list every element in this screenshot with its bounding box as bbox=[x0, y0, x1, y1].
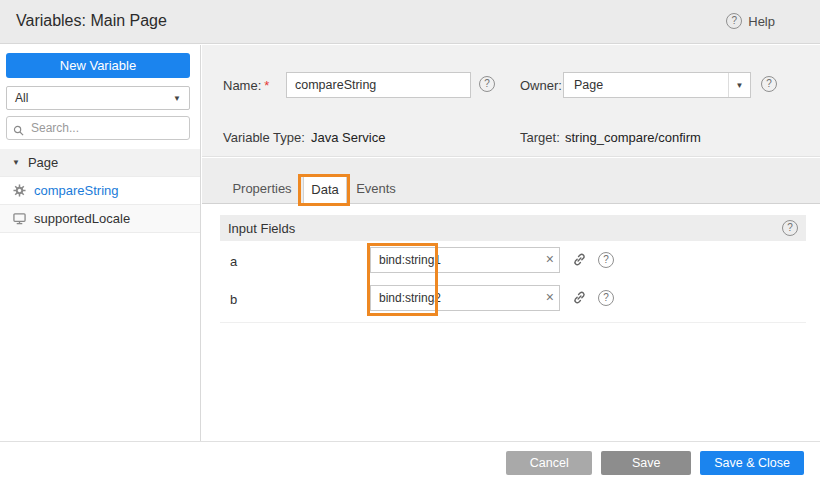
bind-input-b-field[interactable] bbox=[370, 285, 560, 311]
chevron-down-icon: ▼ bbox=[173, 94, 181, 103]
variable-filter-select[interactable]: All ▼ bbox=[6, 86, 190, 110]
search-icon bbox=[13, 122, 24, 140]
tab-data[interactable]: Data bbox=[303, 174, 347, 204]
variable-type-value: Java Service bbox=[311, 130, 385, 145]
cancel-button[interactable]: Cancel bbox=[506, 451, 592, 475]
tab-events[interactable]: Events bbox=[349, 174, 403, 203]
search-input[interactable] bbox=[6, 116, 190, 140]
variable-filter-value: All bbox=[15, 91, 28, 105]
save-and-close-button[interactable]: Save & Close bbox=[700, 451, 804, 475]
clear-icon[interactable]: × bbox=[546, 289, 554, 306]
bind-input-b: × bbox=[370, 285, 560, 311]
variable-tree: ▼ Page compareString supportedLocale bbox=[0, 149, 200, 233]
name-help-icon[interactable]: ? bbox=[479, 76, 495, 92]
name-label: Name:* bbox=[223, 78, 269, 93]
target-value: string_compare/confirm bbox=[565, 130, 701, 145]
field-row-b: b × ? bbox=[220, 279, 806, 317]
save-button[interactable]: Save bbox=[601, 451, 691, 475]
help-label: Help bbox=[748, 14, 775, 29]
page-title: Variables: Main Page bbox=[16, 12, 167, 30]
bind-input-a: × bbox=[370, 247, 560, 273]
device-variable-icon bbox=[12, 212, 26, 225]
field-label-b: b bbox=[230, 292, 237, 307]
new-variable-button[interactable]: New Variable bbox=[6, 53, 190, 78]
tab-bar: Properties Data Events bbox=[202, 158, 820, 204]
header: Variables: Main Page ? Help bbox=[0, 0, 820, 44]
help-button[interactable]: ? Help bbox=[726, 13, 775, 29]
input-fields-title: Input Fields bbox=[228, 221, 295, 236]
field-label-a: a bbox=[230, 254, 237, 269]
tree-item-label: supportedLocale bbox=[34, 211, 130, 226]
input-fields-rows: a × ? b × ? bbox=[220, 241, 806, 323]
chevron-down-icon: ▼ bbox=[728, 73, 750, 97]
input-fields-panel: Input Fields ? a × ? b × ? bbox=[220, 215, 806, 323]
sidebar: New Variable All ▼ ▼ Page compareString … bbox=[0, 45, 201, 441]
bind-input-a-field[interactable] bbox=[370, 247, 560, 273]
tree-item-comparestring[interactable]: compareString bbox=[0, 177, 200, 205]
field-help-icon[interactable]: ? bbox=[598, 290, 614, 306]
tree-item-supportedlocale[interactable]: supportedLocale bbox=[0, 205, 200, 233]
tree-item-label: compareString bbox=[34, 183, 119, 198]
tree-group-page[interactable]: ▼ Page bbox=[0, 149, 200, 177]
input-fields-help-icon[interactable]: ? bbox=[782, 220, 798, 236]
footer: Cancel Save Save & Close bbox=[0, 441, 820, 490]
owner-help-icon[interactable]: ? bbox=[761, 76, 777, 92]
help-icon: ? bbox=[726, 13, 742, 29]
variable-type-label: Variable Type: bbox=[223, 130, 305, 145]
tab-properties[interactable]: Properties bbox=[223, 174, 301, 203]
service-variable-icon bbox=[12, 184, 26, 197]
footer-buttons: Cancel Save Save & Close bbox=[506, 451, 804, 475]
bind-link-icon[interactable] bbox=[572, 252, 587, 271]
field-help-icon[interactable]: ? bbox=[598, 252, 614, 268]
tree-group-label: Page bbox=[28, 155, 58, 170]
bind-link-icon[interactable] bbox=[572, 290, 587, 309]
input-fields-header: Input Fields ? bbox=[220, 215, 806, 241]
search-box bbox=[6, 116, 190, 140]
name-field[interactable] bbox=[286, 72, 471, 98]
tree-expanded-icon: ▼ bbox=[12, 158, 20, 167]
target-label: Target: bbox=[520, 130, 560, 145]
clear-icon[interactable]: × bbox=[546, 251, 554, 268]
owner-select[interactable]: Page ▼ bbox=[563, 72, 751, 98]
owner-select-value: Page bbox=[574, 78, 603, 92]
field-row-a: a × ? bbox=[220, 241, 806, 279]
variable-form: Name:* ? Owner:* Page ▼ ? Variable Type:… bbox=[202, 45, 820, 157]
required-marker: * bbox=[264, 78, 269, 93]
